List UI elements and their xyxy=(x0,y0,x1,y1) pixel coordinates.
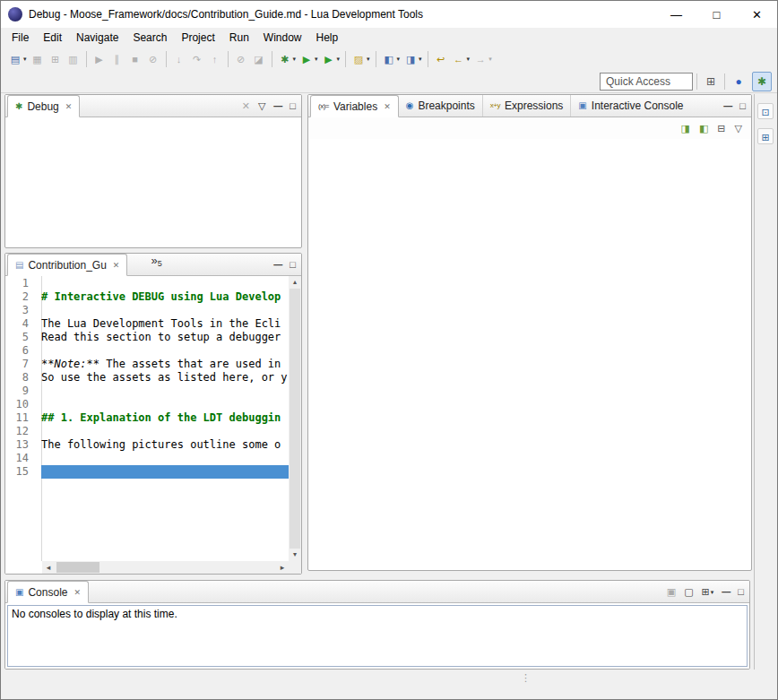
lua-perspective-button[interactable]: ● xyxy=(729,72,748,91)
resume-button[interactable]: ▶ xyxy=(91,49,108,69)
menu-project[interactable]: Project xyxy=(174,29,221,47)
line-text[interactable]: # Interactive DEBUG using Lua Develop xyxy=(41,290,289,304)
dropdown-arrow-icon[interactable]: ▾ xyxy=(337,56,341,63)
statusbar-grip[interactable]: ⋮ xyxy=(521,675,531,680)
step-into-button[interactable]: ↓ xyxy=(170,49,188,69)
editor-horizontal-scrollbar[interactable]: ◂ ▸ xyxy=(42,561,289,574)
pin-console-button[interactable]: ▣ xyxy=(667,587,676,597)
tab-expressions[interactable]: x+yExpressions xyxy=(482,95,571,117)
last-edit-location-button[interactable]: ↩ xyxy=(432,49,450,69)
save-all-button[interactable]: ⊞ xyxy=(47,49,65,69)
external-tools-button[interactable]: ▶▾ xyxy=(320,49,342,69)
close-icon[interactable]: ✕ xyxy=(65,102,73,111)
line-text[interactable] xyxy=(41,277,289,290)
minimize-window-button[interactable]: — xyxy=(656,1,696,28)
minimize-view-icon[interactable]: — xyxy=(273,101,281,111)
dropdown-arrow-icon[interactable]: ▾ xyxy=(711,589,714,596)
new-button[interactable]: ▤▾ xyxy=(6,49,29,69)
view-menu-icon[interactable]: ▽ xyxy=(258,101,265,111)
menu-file[interactable]: File xyxy=(4,29,36,47)
dropdown-arrow-icon[interactable]: ▾ xyxy=(367,56,370,63)
dropdown-arrow-icon[interactable]: ▾ xyxy=(315,56,318,63)
line-text[interactable] xyxy=(41,425,289,438)
dropdown-arrow-icon[interactable]: ▾ xyxy=(467,56,471,63)
save-button[interactable]: ▦ xyxy=(29,49,47,69)
new-lua-project-button[interactable]: ◧▾ xyxy=(380,49,402,69)
close-icon[interactable]: ✕ xyxy=(113,261,120,270)
remove-all-terminated-icon[interactable]: ✕ xyxy=(242,101,250,111)
line-text[interactable]: Read this section to setup a debugger xyxy=(41,331,289,344)
menu-edit[interactable]: Edit xyxy=(36,29,69,47)
line-text[interactable] xyxy=(41,452,289,465)
skip-all-breakpoints-button[interactable]: ⊘ xyxy=(232,49,250,69)
maximize-view-icon[interactable]: □ xyxy=(739,101,746,111)
print-button[interactable]: ▥ xyxy=(65,49,82,69)
line-text[interactable]: **Note:** The assets that are used in xyxy=(41,358,289,371)
vertical-scroll-thumb[interactable] xyxy=(290,289,300,549)
scroll-up-icon[interactable]: ▴ xyxy=(289,276,301,289)
dropdown-arrow-icon[interactable]: ▾ xyxy=(293,56,297,63)
dropdown-arrow-icon[interactable]: ▾ xyxy=(419,56,422,63)
menu-window[interactable]: Window xyxy=(256,29,309,47)
line-text[interactable] xyxy=(41,344,289,358)
dropdown-arrow-icon[interactable]: ▾ xyxy=(488,56,492,63)
horizontal-scroll-thumb[interactable] xyxy=(56,562,99,573)
display-selected-console-button[interactable]: ▢ xyxy=(684,587,693,597)
scroll-down-icon[interactable]: ▾ xyxy=(289,549,301,561)
back-button[interactable]: ←▾ xyxy=(450,49,472,69)
editor-body[interactable]: 12# Interactive DEBUG using Lua Develop3… xyxy=(5,276,301,574)
view-menu-icon[interactable]: ▽ xyxy=(735,123,742,134)
line-text[interactable]: The following pictures outline some o xyxy=(41,438,289,452)
forward-button[interactable]: →▾ xyxy=(471,49,494,69)
suspend-button[interactable]: ∥ xyxy=(108,49,126,69)
line-text[interactable] xyxy=(41,385,289,398)
collapse-all-icon[interactable]: ⊟ xyxy=(717,123,725,134)
maximize-view-icon[interactable]: □ xyxy=(738,587,744,597)
tab-interactive-console[interactable]: ▣Interactive Console xyxy=(570,95,690,117)
terminate-button[interactable]: ■ xyxy=(126,49,144,69)
scroll-right-icon[interactable]: ▸ xyxy=(276,561,289,574)
tab-breakpoints[interactable]: ◉Breakpoints xyxy=(399,95,482,117)
outline-view-icon[interactable]: ⊞ xyxy=(757,128,774,144)
tab-console[interactable]: ▣ Console ✕ xyxy=(7,581,89,603)
close-icon[interactable]: ✕ xyxy=(384,102,391,111)
console-content[interactable]: No consoles to display at this time. xyxy=(7,605,748,667)
dropdown-arrow-icon[interactable]: ▾ xyxy=(397,56,401,63)
maximize-view-icon[interactable]: □ xyxy=(290,260,296,270)
show-type-names-icon[interactable]: ◨ xyxy=(681,123,690,134)
menu-search[interactable]: Search xyxy=(125,29,174,47)
close-window-button[interactable]: ✕ xyxy=(737,1,777,28)
debug-button[interactable]: ✱▾ xyxy=(276,49,298,69)
restore-views-icon[interactable]: ⊡ xyxy=(757,103,774,119)
tab-variables[interactable]: (x)=Variables✕ xyxy=(310,95,399,117)
editor-vertical-scrollbar[interactable]: ▴ ▾ xyxy=(289,276,301,561)
hidden-editors-chevron[interactable]: » 5 xyxy=(151,254,161,275)
step-return-button[interactable]: ↑ xyxy=(206,49,224,69)
mark-occurrences-button[interactable]: ▨▾ xyxy=(350,49,372,69)
maximize-view-icon[interactable]: □ xyxy=(290,101,296,111)
minimize-view-icon[interactable]: — xyxy=(723,101,731,111)
line-text[interactable] xyxy=(41,465,289,479)
open-console-button[interactable]: ⊞▾ xyxy=(702,587,714,597)
close-icon[interactable]: ✕ xyxy=(73,588,81,597)
show-logical-structures-icon[interactable]: ◧ xyxy=(699,123,708,134)
line-text[interactable]: So use the assets as listed here, or y xyxy=(41,371,289,385)
step-over-button[interactable]: ↷ xyxy=(188,49,206,69)
menu-navigate[interactable]: Navigate xyxy=(69,29,125,47)
menu-run[interactable]: Run xyxy=(222,29,256,47)
maximize-window-button[interactable]: □ xyxy=(696,1,737,28)
use-step-filters-button[interactable]: ◪ xyxy=(250,49,268,69)
minimize-view-icon[interactable]: — xyxy=(273,260,281,270)
debug-perspective-button[interactable]: ✱ xyxy=(752,72,772,91)
line-text[interactable]: The Lua Development Tools in the Ecli xyxy=(41,317,289,331)
run-button[interactable]: ▶▾ xyxy=(298,49,320,69)
line-text[interactable]: ## 1. Explanation of the LDT debuggin xyxy=(41,411,289,425)
open-perspective-icon[interactable]: ⊞ xyxy=(701,72,721,91)
tab-contribution-guide[interactable]: ▤ Contribution_Gu ✕ xyxy=(7,254,127,276)
dropdown-arrow-icon[interactable]: ▾ xyxy=(23,56,27,63)
minimize-view-icon[interactable]: — xyxy=(722,587,730,597)
tab-debug[interactable]: ✱ Debug ✕ xyxy=(7,95,80,117)
scroll-left-icon[interactable]: ◂ xyxy=(42,561,55,574)
menu-help[interactable]: Help xyxy=(309,29,346,47)
line-text[interactable] xyxy=(41,304,289,317)
